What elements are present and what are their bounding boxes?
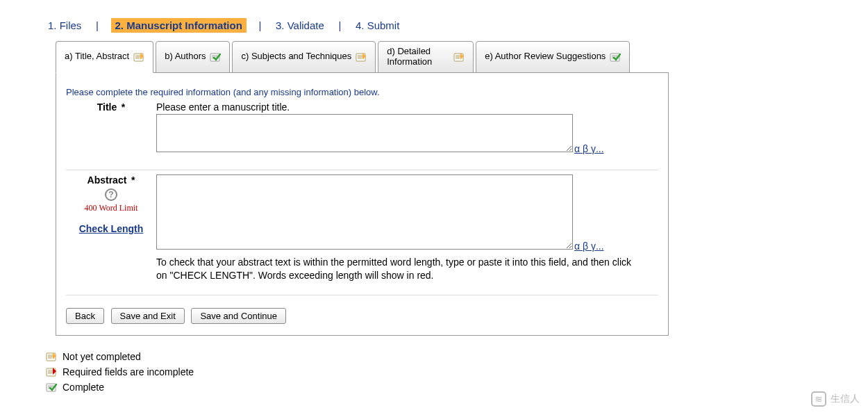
abstract-note: To check that your abstract text is with… <box>156 256 638 282</box>
legend-label: Required fields are incomplete <box>62 366 194 377</box>
tab-authors[interactable]: b) Authors <box>156 41 230 73</box>
title-hint: Please enter a manuscript title. <box>156 101 604 113</box>
not-yet-completed-icon <box>133 51 144 63</box>
not-yet-completed-icon <box>46 351 57 362</box>
step-separator: | <box>259 19 262 31</box>
complete-icon <box>210 51 221 63</box>
required-indicator: * <box>131 174 135 186</box>
not-yet-completed-icon <box>356 51 367 63</box>
word-limit-text: 400 Word Limit <box>66 203 156 213</box>
tab-label: a) Title, Abstract <box>65 51 129 62</box>
tab-detailed-information[interactable]: d) Detailed Information <box>378 41 474 73</box>
panel-instruction: Please complete the required information… <box>66 87 658 97</box>
tab-author-review-suggestions[interactable]: e) Author Review Suggestions <box>476 41 630 73</box>
divider <box>66 295 658 295</box>
tab-label: d) Detailed Information <box>387 47 449 67</box>
step-separator: | <box>96 19 99 31</box>
step-validate[interactable]: 3. Validate <box>274 19 326 32</box>
complete-icon <box>46 382 57 393</box>
step-submit[interactable]: 4. Submit <box>353 19 401 32</box>
check-length-link[interactable]: Check Length <box>79 223 144 234</box>
required-incomplete-icon <box>46 366 57 377</box>
save-and-exit-button[interactable]: Save and Exit <box>111 308 185 324</box>
tab-subjects-techniques[interactable]: c) Subjects and Techniques <box>232 41 376 73</box>
subtabs: a) Title, Abstract b) Authors c) Subject… <box>56 41 669 73</box>
tab-label: b) Authors <box>165 51 206 62</box>
not-yet-completed-icon <box>453 51 465 63</box>
step-manuscript-info[interactable]: 2. Manuscript Information <box>111 18 247 33</box>
watermark: ≋ 生信人 <box>811 391 860 407</box>
complete-icon <box>610 51 621 63</box>
save-and-continue-button[interactable]: Save and Continue <box>191 308 286 324</box>
watermark-text: 生信人 <box>831 393 860 405</box>
tab-label: c) Subjects and Techniques <box>241 51 351 62</box>
title-input[interactable] <box>156 114 573 152</box>
help-icon[interactable]: ? <box>105 188 117 201</box>
button-bar: Back Save and Exit Save and Continue <box>66 308 658 324</box>
divider <box>66 170 658 170</box>
wizard-steps: 1. Files | 2. Manuscript Information | 3… <box>46 19 868 31</box>
step-files[interactable]: 1. Files <box>46 19 83 32</box>
required-indicator: * <box>122 101 125 113</box>
abstract-label: Abstract <box>87 174 127 186</box>
tab-title-abstract[interactable]: a) Title, Abstract <box>56 41 153 73</box>
abstract-input[interactable] <box>156 174 573 250</box>
legend-label: Complete <box>62 382 104 393</box>
step-separator: | <box>338 19 341 31</box>
watermark-icon: ≋ <box>811 391 826 407</box>
back-button[interactable]: Back <box>66 308 104 324</box>
tab-label: e) Author Review Suggestions <box>485 51 606 62</box>
greek-chars-link[interactable]: α β γ... <box>574 143 604 154</box>
title-label: Title <box>97 101 117 113</box>
tab-panel: Please complete the required information… <box>56 72 669 336</box>
greek-chars-link[interactable]: α β γ... <box>574 241 604 252</box>
status-legend: Not yet completed Required fields are in… <box>46 351 868 393</box>
legend-label: Not yet completed <box>62 351 141 362</box>
